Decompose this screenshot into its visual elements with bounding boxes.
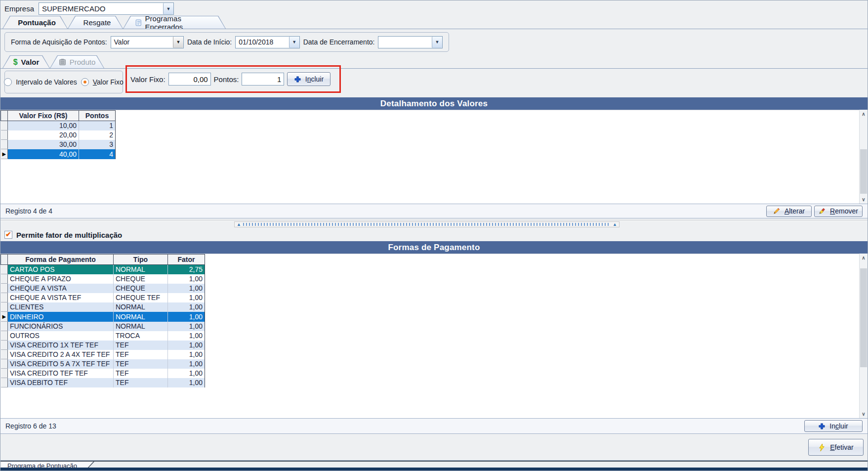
tab-programas-encerrados[interactable]: Programas Encerrados	[123, 16, 226, 29]
column-header[interactable]: Valor Fixo (R$)	[8, 111, 79, 121]
radio-intervalo-label: Intervalo de Valores	[16, 78, 77, 86]
table-row[interactable]: OUTROSTROCA1,00	[1, 331, 205, 341]
table-cell: 1,00	[168, 284, 205, 293]
data-encerramento-combobox[interactable]: ▼	[378, 36, 443, 48]
row-indicator	[1, 274, 8, 284]
row-indicator	[1, 341, 8, 350]
document-icon	[135, 19, 142, 27]
table-row[interactable]: 10,001	[1, 121, 116, 130]
empresa-combobox[interactable]: SUPERMERCADO ▼	[39, 2, 174, 15]
radio-intervalo-de-valores[interactable]	[4, 78, 12, 86]
value-mode-groupbox: Intervalo de Valores Valor Fixo	[4, 71, 123, 93]
data-inicio-dropdown-button[interactable]: ▼	[289, 37, 299, 48]
incluir-valor-button[interactable]: Incluir	[287, 72, 331, 86]
pontos-input[interactable]	[242, 73, 284, 86]
pagamentos-grid-area: Forma de PagamentoTipoFator CARTAO POSNO…	[0, 254, 860, 418]
table-cell: 1,00	[168, 322, 205, 331]
table-row[interactable]: ▶40,004	[1, 149, 116, 159]
table-cell: CHEQUE TEF	[114, 293, 168, 302]
chevron-down-icon: ▼	[435, 40, 440, 44]
remover-button[interactable]: Remover	[814, 206, 863, 217]
table-cell: DINHEIRO	[8, 312, 114, 322]
table-cell: 3	[79, 140, 116, 149]
scroll-down-icon[interactable]: ∨	[860, 410, 868, 418]
table-cell: 40,00	[8, 149, 79, 159]
valores-section-header: Detalhamento dos Valores	[0, 97, 868, 110]
table-row[interactable]: 20,002	[1, 130, 116, 140]
data-inicio-combobox[interactable]: 01/10/2018 ▼	[235, 36, 300, 48]
pagamentos-statusbar: Registro 6 de 13 Incluir	[0, 418, 868, 434]
product-icon	[59, 58, 66, 66]
table-row[interactable]: CHEQUE A VISTA TEFCHEQUE TEF1,00	[1, 293, 205, 302]
table-cell: CHEQUE A VISTA TEF	[8, 293, 114, 302]
table-row[interactable]: CHEQUE A PRAZOCHEQUE1,00	[1, 274, 205, 284]
alterar-button[interactable]: Alterar	[766, 206, 812, 217]
table-cell: 1,00	[168, 331, 205, 341]
table-cell: TEF	[114, 350, 168, 359]
table-row[interactable]: VISA CREDITO 5 A 7X TEF TEFTEF1,00	[1, 359, 205, 369]
table-row[interactable]: VISA CREDITO TEF TEFTEF1,00	[1, 369, 205, 378]
forma-aquisicao-combobox[interactable]: Valor ▼	[111, 36, 184, 48]
efetivar-button[interactable]: Efetivar	[808, 439, 864, 456]
table-cell: NORMAL	[114, 265, 168, 274]
column-header[interactable]: Tipo	[114, 255, 168, 265]
tab-label: Produto	[70, 58, 96, 66]
table-row[interactable]: VISA CREDITO 1X TEF TEFTEF1,00	[1, 341, 205, 350]
table-row[interactable]: CARTAO POSNORMAL2,75	[1, 265, 205, 274]
incluir-pagamento-button[interactable]: Incluir	[804, 420, 863, 432]
table-row[interactable]: CLIENTESNORMAL1,00	[1, 302, 205, 312]
valores-table: Valor Fixo (R$)Pontos 10,00120,00230,003…	[0, 110, 116, 159]
empresa-combobox-value: SUPERMERCADO	[39, 3, 163, 14]
table-cell: CHEQUE A PRAZO	[8, 274, 114, 284]
table-cell: TEF	[114, 369, 168, 378]
scroll-up-icon[interactable]: ∧	[860, 254, 868, 262]
scrollbar-thumb[interactable]	[860, 149, 867, 194]
forma-aquisicao-dropdown-button[interactable]: ▼	[173, 37, 183, 48]
radio-valor-fixo[interactable]	[81, 78, 89, 86]
table-row[interactable]: VISA DEBITO TEFTEF1,00	[1, 378, 205, 387]
valores-record-count: Registro 4 de 4	[5, 207, 52, 215]
table-header-row: Valor Fixo (R$)Pontos	[1, 111, 116, 121]
tab-pontuacao[interactable]: Pontuação	[2, 16, 68, 29]
scrollbar-thumb[interactable]	[860, 268, 867, 367]
row-indicator	[1, 293, 8, 302]
tab-produto[interactable]: Produto	[50, 55, 104, 68]
window-bottom-bar	[0, 468, 868, 471]
table-cell: 1,00	[168, 312, 205, 322]
pencil-icon	[773, 208, 780, 214]
row-indicator	[1, 331, 8, 341]
table-cell: 1,00	[168, 302, 205, 312]
column-header[interactable]: Forma de Pagamento	[8, 255, 114, 265]
table-row[interactable]: VISA CREDITO 2 A 4X TEF TEFTEF1,00	[1, 350, 205, 359]
scroll-down-icon[interactable]: ∨	[860, 195, 868, 204]
table-row[interactable]: FUNCIONÁRIOSNORMAL1,00	[1, 322, 205, 331]
row-indicator	[1, 140, 8, 149]
table-cell: 2,75	[168, 265, 205, 274]
splitter-handle[interactable]: ▲ ▲	[234, 221, 620, 227]
tab-valor[interactable]: $ Valor	[2, 55, 50, 68]
application-window: Empresa SUPERMERCADO ▼ Pontuação Resgate	[0, 0, 868, 471]
valores-scrollbar[interactable]: ∧ ∨	[859, 110, 868, 204]
row-indicator	[1, 121, 8, 130]
table-cell: 1	[79, 121, 116, 130]
column-header[interactable]: Fator	[168, 255, 205, 265]
scroll-up-icon[interactable]: ∧	[860, 110, 868, 118]
tab-resgate[interactable]: Resgate	[68, 16, 123, 29]
splitter-groove	[0, 220, 868, 221]
empresa-dropdown-button[interactable]: ▼	[163, 3, 173, 14]
button-label: Incluir	[829, 422, 848, 430]
table-row[interactable]: ▶DINHEIRONORMAL1,00	[1, 312, 205, 322]
table-cell: CHEQUE A VISTA	[8, 284, 114, 293]
table-cell: VISA DEBITO TEF	[8, 378, 114, 387]
pagamentos-scrollbar[interactable]: ∧ ∨	[859, 254, 868, 418]
eraser-pencil-icon	[819, 208, 826, 214]
main-tabstrip: Pontuação Resgate Programas Encerrados	[2, 16, 226, 29]
column-header[interactable]: Pontos	[79, 111, 116, 121]
table-row[interactable]: CHEQUE A VISTACHEQUE1,00	[1, 284, 205, 293]
multiplicacao-checkbox[interactable]	[4, 231, 12, 239]
table-cell: 2	[79, 130, 116, 140]
table-row[interactable]: 30,003	[1, 140, 116, 149]
data-encerramento-dropdown-button[interactable]: ▼	[432, 37, 442, 48]
valor-fixo-input[interactable]	[168, 73, 211, 86]
table-cell: 10,00	[8, 121, 79, 130]
